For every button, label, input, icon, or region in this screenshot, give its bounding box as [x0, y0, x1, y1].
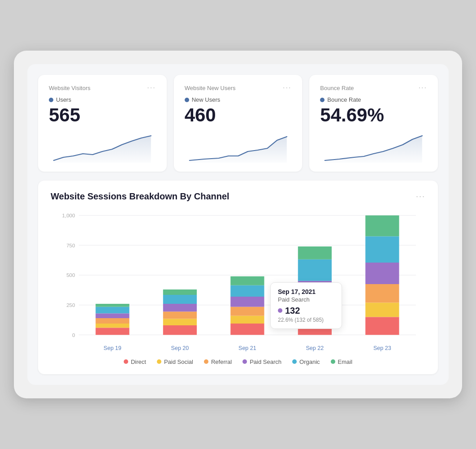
svg-text:250: 250 — [66, 302, 75, 307]
legend-dot — [242, 359, 247, 364]
svg-text:0: 0 — [72, 332, 75, 337]
metric-menu-2[interactable]: ··· — [419, 84, 427, 92]
svg-text:1,000: 1,000 — [62, 212, 75, 218]
sessions-card: Website Sessions Breakdown By Channel ··… — [38, 181, 438, 374]
dashboard: Website Visitors ··· Users 565 — [27, 64, 449, 384]
svg-text:Sep 23: Sep 23 — [373, 345, 391, 351]
metric-menu-1[interactable]: ··· — [283, 84, 291, 92]
legend-item-email: Email — [331, 358, 353, 365]
svg-rect-40 — [365, 284, 399, 302]
metric-card-0: Website Visitors ··· Users 565 — [38, 75, 167, 171]
svg-rect-14 — [95, 307, 129, 313]
chart-legend: Direct Paid Social Referral Paid Search … — [51, 358, 425, 365]
legend-label: Paid Search — [250, 358, 281, 365]
svg-rect-31 — [298, 320, 332, 335]
svg-rect-22 — [163, 289, 197, 295]
metric-dot-1 — [185, 98, 189, 102]
svg-rect-20 — [163, 304, 197, 311]
metric-card-2: Bounce Rate ··· Bounce Rate 54.69% — [309, 75, 438, 171]
svg-text:Sep 21: Sep 21 — [238, 345, 256, 351]
metric-cards: Website Visitors ··· Users 565 — [38, 75, 438, 171]
svg-rect-12 — [95, 318, 129, 324]
legend-dot — [124, 359, 128, 364]
svg-rect-15 — [95, 304, 129, 307]
svg-rect-19 — [163, 311, 197, 319]
metric-title-1: Website New Users — [185, 85, 236, 91]
legend-item-paid-search: Paid Search — [242, 358, 281, 365]
svg-rect-34 — [298, 281, 332, 296]
svg-rect-10 — [95, 328, 129, 335]
svg-rect-13 — [95, 313, 129, 318]
svg-text:Sep 22: Sep 22 — [306, 345, 324, 351]
legend-item-direct: Direct — [124, 358, 146, 365]
metric-menu-0[interactable]: ··· — [147, 84, 156, 92]
svg-rect-29 — [230, 276, 264, 285]
svg-rect-26 — [230, 307, 264, 315]
svg-rect-17 — [163, 325, 197, 335]
metric-legend-2: Bounce Rate — [327, 96, 361, 103]
legend-label: Referral — [211, 358, 232, 365]
chart-area: 02505007501,000Sep 19Sep 20Sep 21Sep 22S… — [51, 211, 425, 354]
metric-value-0: 565 — [49, 105, 156, 125]
svg-rect-33 — [298, 297, 332, 310]
svg-text:Sep 20: Sep 20 — [171, 345, 189, 351]
legend-dot — [292, 359, 297, 364]
legend-item-referral: Referral — [204, 358, 232, 365]
svg-text:750: 750 — [66, 242, 75, 248]
metric-legend-1: New Users — [192, 96, 221, 103]
metric-title-2: Bounce Rate — [320, 85, 354, 91]
svg-text:500: 500 — [66, 272, 75, 278]
svg-rect-35 — [298, 259, 332, 281]
svg-rect-38 — [365, 317, 399, 335]
metric-dot-0 — [49, 98, 53, 102]
legend-dot — [331, 359, 335, 364]
svg-rect-25 — [230, 315, 264, 323]
legend-dot — [204, 359, 208, 364]
svg-rect-43 — [365, 215, 399, 236]
sparkline-1 — [185, 131, 292, 163]
svg-rect-36 — [298, 246, 332, 259]
svg-rect-27 — [230, 297, 264, 307]
legend-label: Paid Social — [164, 358, 193, 365]
metric-dot-2 — [320, 98, 325, 102]
device-frame: Website Visitors ··· Users 565 — [14, 51, 462, 398]
legend-dot — [157, 359, 161, 364]
sparkline-0 — [49, 131, 156, 163]
metric-title-0: Website Visitors — [49, 85, 91, 91]
svg-rect-39 — [365, 302, 399, 317]
legend-item-paid-social: Paid Social — [157, 358, 193, 365]
metric-value-2: 54.69% — [320, 105, 427, 125]
legend-label: Email — [338, 358, 353, 365]
sparkline-2 — [320, 131, 427, 163]
svg-rect-28 — [230, 285, 264, 296]
metric-value-1: 460 — [185, 105, 292, 125]
svg-rect-18 — [163, 319, 197, 325]
legend-item-organic: Organic — [292, 358, 320, 365]
svg-rect-32 — [298, 310, 332, 320]
svg-rect-24 — [230, 324, 264, 335]
sessions-title: Website Sessions Breakdown By Channel — [51, 191, 229, 202]
svg-rect-11 — [95, 324, 129, 328]
svg-rect-42 — [365, 236, 399, 263]
svg-rect-41 — [365, 263, 399, 284]
sessions-menu-button[interactable]: ··· — [416, 192, 425, 201]
metric-card-1: Website New Users ··· New Users 460 — [174, 75, 303, 171]
metric-legend-0: Users — [56, 96, 71, 103]
svg-text:Sep 19: Sep 19 — [104, 345, 121, 351]
svg-rect-21 — [163, 295, 197, 304]
legend-label: Direct — [131, 358, 146, 365]
legend-label: Organic — [299, 358, 320, 365]
bar-chart-svg: 02505007501,000Sep 19Sep 20Sep 21Sep 22S… — [51, 211, 425, 354]
